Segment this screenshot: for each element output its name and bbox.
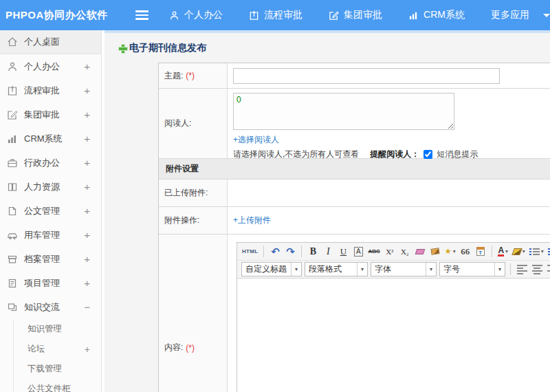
- html-source-button[interactable]: HTML: [241, 244, 259, 259]
- align-left-icon[interactable]: [515, 262, 529, 276]
- required-mark: (*): [186, 71, 195, 80]
- sidebar-item-archive-mgmt[interactable]: 档案管理 +: [0, 247, 101, 271]
- sidebar-item-label: 下载管理: [28, 363, 62, 375]
- nav-more-apps[interactable]: 更多应用: [491, 9, 529, 21]
- sidebar-item-vehicle-mgmt[interactable]: 用车管理 +: [0, 223, 101, 247]
- ordered-list-button[interactable]: ▾: [528, 244, 545, 259]
- sidebar-item-admin-office[interactable]: 行政办公 +: [0, 151, 101, 175]
- flow-icon: [7, 85, 18, 96]
- expand-plus-icon[interactable]: +: [84, 61, 90, 72]
- briefcase-icon: [7, 157, 18, 168]
- sidebar-item-document-mgmt[interactable]: 公文管理 +: [0, 199, 101, 223]
- caret-down-icon[interactable]: [543, 14, 550, 17]
- expand-plus-icon[interactable]: +: [84, 85, 90, 96]
- readers-hint-text: 请选择阅读人,不选为所有人可查看: [233, 149, 359, 160]
- sidebar-subitem-public-cabinet[interactable]: 公共文件柜: [0, 379, 101, 392]
- sidebar-item-project-mgmt[interactable]: 项目管理 +: [0, 271, 101, 295]
- sidebar-subitem-knowledge-mgmt[interactable]: 知识管理: [0, 319, 101, 339]
- doc-icon: [7, 206, 18, 217]
- nav-workflow-approval[interactable]: 流程审批: [249, 9, 302, 21]
- expand-plus-icon[interactable]: +: [84, 157, 90, 168]
- upload-attachment-link[interactable]: +上传附件: [233, 215, 271, 226]
- editor-toolbar-row2: 自定义标题▾ 段落格式▾ 字体▾ 字号▾ ∞ ∞: [237, 261, 550, 279]
- subject-row: 主题: (*): [159, 63, 550, 89]
- sidebar-item-personal-desktop[interactable]: 个人桌面: [0, 30, 101, 54]
- undo-icon[interactable]: ↶: [268, 244, 282, 259]
- nav-label: 个人办公: [184, 9, 223, 21]
- sidebar-item-label: 个人桌面: [24, 36, 60, 48]
- user-icon: [7, 61, 18, 72]
- sidebar-item-label: 集团审批: [24, 109, 60, 121]
- nav-crm-system[interactable]: CRM系统: [408, 9, 465, 21]
- sidebar-item-crm[interactable]: CRM系统 +: [0, 127, 101, 151]
- edit-icon: [7, 109, 18, 120]
- sidebar-item-label: 档案管理: [24, 253, 60, 265]
- attachment-ops-row: 附件操作: +上传附件: [159, 207, 550, 235]
- expand-plus-icon[interactable]: +: [85, 344, 90, 355]
- redo-icon[interactable]: ↷: [283, 244, 297, 259]
- quick-format-wand-button[interactable]: ★▾: [443, 244, 457, 259]
- paste-plain-text-icon[interactable]: T: [474, 244, 487, 259]
- custom-heading-select[interactable]: 自定义标题▾: [241, 262, 302, 276]
- highlight-color-button[interactable]: ▾: [512, 244, 527, 259]
- superscript-button[interactable]: X²: [383, 244, 397, 259]
- expand-plus-icon[interactable]: +: [84, 205, 90, 217]
- page-title-text: 电子期刊信息发布: [129, 42, 206, 54]
- sidebar-item-workflow-approval[interactable]: 流程审批 +: [0, 78, 101, 102]
- subject-input[interactable]: [233, 68, 500, 84]
- hamburger-menu-icon[interactable]: [135, 10, 148, 20]
- expand-plus-icon[interactable]: +: [84, 133, 90, 144]
- editor-content-area[interactable]: [237, 279, 550, 392]
- attachment-ops-label: 附件操作:: [159, 207, 228, 234]
- font-size-select[interactable]: 字号▾: [439, 262, 505, 276]
- publish-form: 主题: (*) 阅读人: 0 +选择阅读人 请选择阅读人,不选为所有人可查看 提…: [158, 63, 550, 392]
- subscript-button[interactable]: X₂: [398, 244, 412, 259]
- sidebar-item-label: 知识交流: [24, 301, 60, 314]
- sidebar-subitem-download-mgmt[interactable]: 下载管理: [0, 359, 101, 379]
- collapse-minus-icon[interactable]: −: [84, 301, 90, 313]
- sms-checkbox[interactable]: [424, 150, 432, 159]
- uploaded-attachments-row: 已上传附件:: [159, 179, 550, 207]
- nav-group-approval[interactable]: 集团审批: [329, 9, 382, 21]
- readers-row: 阅读人: 0 +选择阅读人 请选择阅读人,不选为所有人可查看 提醒阅读人： 短消…: [159, 89, 550, 159]
- unordered-list-button[interactable]: [547, 244, 550, 259]
- readers-note: 请选择阅读人,不选为所有人可查看 提醒阅读人： 短消息提示: [233, 149, 550, 160]
- sms-label: 短消息提示: [437, 149, 478, 160]
- underline-button[interactable]: U: [336, 244, 350, 259]
- blockquote-button[interactable]: 66: [459, 244, 472, 259]
- font-color-button[interactable]: A▾: [496, 244, 510, 259]
- app-logo: PHPOA协同办公软件: [0, 9, 115, 22]
- sidebar-item-hr[interactable]: 人力资源 +: [0, 175, 101, 199]
- topbar-nav: 个人办公 流程审批 集团审批 CRM系统 更多应用: [169, 9, 550, 21]
- bold-button[interactable]: B: [306, 244, 320, 259]
- italic-button[interactable]: I: [321, 244, 335, 259]
- readers-textarea[interactable]: 0: [233, 93, 454, 130]
- expand-plus-icon[interactable]: +: [84, 109, 90, 120]
- sidebar-item-knowledge-exchange[interactable]: 知识交流 −: [0, 295, 101, 319]
- chart-icon: [408, 10, 419, 21]
- align-right-icon[interactable]: [545, 262, 550, 276]
- sidebar-subitem-forum[interactable]: 论坛 +: [0, 339, 101, 359]
- paragraph-format-select[interactable]: 段落格式▾: [305, 262, 368, 276]
- nav-personal-office[interactable]: 个人办公: [169, 9, 223, 21]
- remove-format-eraser-icon[interactable]: [413, 244, 427, 259]
- nav-label: 流程审批: [264, 9, 302, 21]
- sidebar-item-group-approval[interactable]: 集团审批 +: [0, 102, 101, 127]
- nav-label: 更多应用: [491, 9, 529, 21]
- home-icon: [7, 36, 18, 47]
- sidebar-item-personal-office[interactable]: 个人办公 +: [0, 54, 101, 78]
- expand-plus-icon[interactable]: +: [84, 229, 90, 241]
- expand-plus-icon[interactable]: +: [84, 181, 90, 193]
- align-center-icon[interactable]: [530, 262, 544, 276]
- strikethrough-button[interactable]: ABC: [366, 244, 381, 259]
- choose-readers-link[interactable]: +选择阅读人: [233, 134, 279, 146]
- expand-plus-icon[interactable]: +: [84, 277, 90, 289]
- chevron-down-icon: ▾: [291, 263, 301, 276]
- expand-plus-icon[interactable]: +: [84, 253, 90, 265]
- book-icon: [7, 182, 18, 193]
- uploaded-attachments-value: [228, 179, 550, 206]
- format-brush-icon[interactable]: [428, 244, 442, 259]
- font-name-button[interactable]: A: [354, 247, 363, 257]
- font-family-select[interactable]: 字体▾: [371, 262, 437, 276]
- sidebar-item-label: 个人办公: [24, 61, 60, 73]
